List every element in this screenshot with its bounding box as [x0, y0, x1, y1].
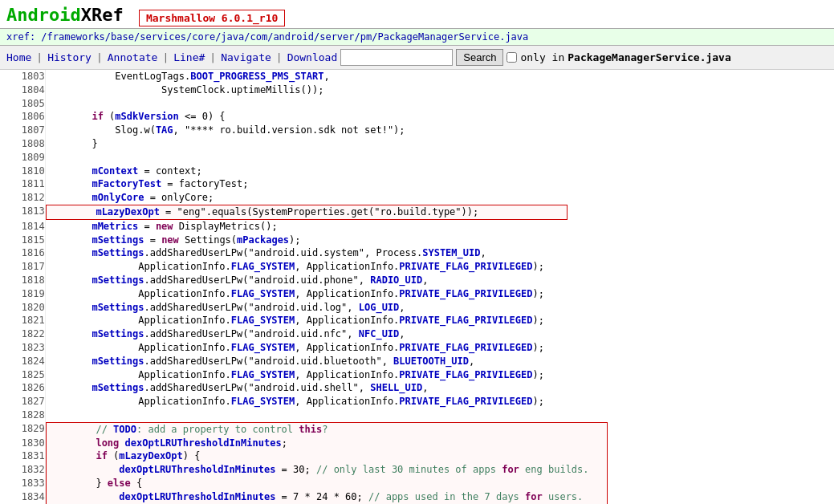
- line-anchor[interactable]: 1808: [22, 138, 45, 149]
- line-anchor[interactable]: 1827: [22, 396, 45, 407]
- line-anchor[interactable]: 1809: [22, 152, 45, 163]
- line-code: long dexOptLRUThresholdInMinutes;: [45, 437, 834, 450]
- table-row: 1830 long dexOptLRUThresholdInMinutes;: [0, 437, 834, 450]
- line-number[interactable]: 1828: [0, 408, 45, 422]
- breadcrumb-link-pm[interactable]: /pm: [355, 31, 372, 43]
- line-number[interactable]: 1816: [0, 246, 45, 260]
- linehash-link[interactable]: Line#: [173, 51, 205, 63]
- line-number[interactable]: 1813: [0, 205, 45, 220]
- line-code: mSettings.addSharedUserLPw("android.uid.…: [45, 301, 834, 315]
- search-input[interactable]: [340, 49, 453, 66]
- line-anchor[interactable]: 1811: [22, 178, 45, 189]
- line-number[interactable]: 1825: [0, 368, 45, 382]
- line-number[interactable]: 1804: [0, 83, 45, 97]
- line-anchor[interactable]: 1832: [22, 464, 45, 475]
- line-anchor[interactable]: 1830: [22, 437, 45, 449]
- line-number[interactable]: 1821: [0, 314, 45, 327]
- line-code: mSettings.addSharedUserLPw("android.uid.…: [45, 381, 834, 395]
- line-anchor[interactable]: 1816: [22, 247, 45, 258]
- line-anchor[interactable]: 1813: [22, 205, 45, 217]
- line-number[interactable]: 1820: [0, 301, 45, 315]
- line-number[interactable]: 1830: [0, 437, 45, 450]
- brand: AndroidXRef: [6, 5, 134, 25]
- breadcrumb-link-frameworks[interactable]: /frameworks: [41, 31, 104, 43]
- line-code: mSettings.addSharedUserLPw("android.uid.…: [45, 274, 834, 287]
- table-row: 1813 mLazyDexOpt = "eng".equals(SystemPr…: [0, 205, 834, 220]
- line-anchor[interactable]: 1833: [22, 478, 45, 489]
- line-number[interactable]: 1834: [0, 490, 45, 504]
- line-anchor[interactable]: 1818: [22, 274, 45, 286]
- breadcrumb-link-core[interactable]: /core: [186, 31, 215, 43]
- line-anchor[interactable]: 1826: [22, 382, 45, 393]
- line-number[interactable]: 1826: [0, 381, 45, 395]
- line-number[interactable]: 1829: [0, 422, 45, 437]
- line-anchor[interactable]: 1817: [22, 261, 45, 272]
- line-number[interactable]: 1823: [0, 341, 45, 355]
- table-row: 1824 mSettings.addSharedUserLPw("android…: [0, 355, 834, 368]
- table-row: 1812 mOnlyCore = onlyCore;: [0, 191, 834, 205]
- line-number[interactable]: 1803: [0, 70, 45, 83]
- line-number[interactable]: 1832: [0, 463, 45, 477]
- breadcrumb-link-server[interactable]: /server: [314, 31, 355, 43]
- line-number[interactable]: 1824: [0, 355, 45, 368]
- line-code: ApplicationInfo.FLAG_SYSTEM, Application…: [45, 314, 834, 327]
- line-anchor[interactable]: 1821: [22, 315, 45, 326]
- line-anchor[interactable]: 1814: [22, 221, 45, 232]
- download-link[interactable]: Download: [287, 51, 338, 63]
- line-anchor[interactable]: 1822: [22, 328, 45, 339]
- version-badge: Marshmallow 6.0.1_r10: [139, 10, 285, 26]
- line-anchor[interactable]: 1815: [22, 234, 45, 246]
- breadcrumb-link-com[interactable]: /com: [244, 31, 267, 43]
- breadcrumb-link-services[interactable]: /services: [134, 31, 186, 43]
- line-anchor[interactable]: 1820: [22, 302, 45, 313]
- only-in-checkbox[interactable]: [507, 52, 517, 63]
- line-number[interactable]: 1818: [0, 274, 45, 287]
- navigate-link[interactable]: Navigate: [221, 51, 271, 63]
- line-number[interactable]: 1822: [0, 327, 45, 341]
- line-anchor[interactable]: 1806: [22, 111, 45, 122]
- table-row: 1811 mFactoryTest = factoryTest;: [0, 177, 834, 191]
- history-link[interactable]: History: [47, 51, 92, 63]
- line-number[interactable]: 1814: [0, 220, 45, 234]
- line-anchor[interactable]: 1824: [22, 356, 45, 367]
- breadcrumb-link-java[interactable]: /java: [215, 31, 244, 43]
- line-number[interactable]: 1809: [0, 151, 45, 165]
- line-number[interactable]: 1819: [0, 287, 45, 301]
- line-number[interactable]: 1827: [0, 395, 45, 408]
- line-anchor[interactable]: 1812: [22, 192, 45, 203]
- line-anchor[interactable]: 1805: [22, 98, 45, 109]
- line-anchor[interactable]: 1831: [22, 450, 45, 461]
- home-link[interactable]: Home: [6, 51, 31, 63]
- line-anchor[interactable]: 1823: [22, 342, 45, 353]
- line-number[interactable]: 1833: [0, 477, 45, 490]
- breadcrumb-link-base[interactable]: /base: [105, 31, 134, 43]
- line-anchor[interactable]: 1828: [22, 409, 45, 421]
- line-code: [45, 97, 834, 111]
- table-row: 1810 mContext = context;: [0, 165, 834, 178]
- line-number[interactable]: 1811: [0, 177, 45, 191]
- breadcrumb-link-file[interactable]: /PackageManagerService.java: [372, 31, 528, 43]
- annotate-link[interactable]: Annotate: [108, 51, 158, 63]
- line-anchor[interactable]: 1810: [22, 165, 45, 177]
- table-row: 1803 EventLogTags.BOOT_PROGRESS_PMS_STAR…: [0, 70, 834, 83]
- line-anchor[interactable]: 1834: [22, 491, 45, 502]
- line-anchor[interactable]: 1803: [22, 71, 45, 82]
- search-button[interactable]: Search: [456, 49, 503, 66]
- breadcrumb-link-android[interactable]: /android: [267, 31, 314, 43]
- line-anchor[interactable]: 1829: [22, 423, 45, 434]
- line-anchor[interactable]: 1807: [22, 124, 45, 136]
- line-number[interactable]: 1831: [0, 449, 45, 463]
- line-number[interactable]: 1807: [0, 124, 45, 137]
- line-number[interactable]: 1815: [0, 234, 45, 247]
- line-number[interactable]: 1808: [0, 137, 45, 151]
- line-code: mFactoryTest = factoryTest;: [45, 177, 834, 191]
- line-number[interactable]: 1812: [0, 191, 45, 205]
- line-number[interactable]: 1806: [0, 110, 45, 124]
- line-number[interactable]: 1805: [0, 97, 45, 111]
- line-anchor[interactable]: 1804: [22, 84, 45, 96]
- line-anchor[interactable]: 1825: [22, 369, 45, 380]
- line-number[interactable]: 1810: [0, 165, 45, 178]
- line-anchor[interactable]: 1819: [22, 288, 45, 299]
- line-number[interactable]: 1817: [0, 260, 45, 274]
- table-row: 1804 SystemClock.uptimeMillis());: [0, 83, 834, 97]
